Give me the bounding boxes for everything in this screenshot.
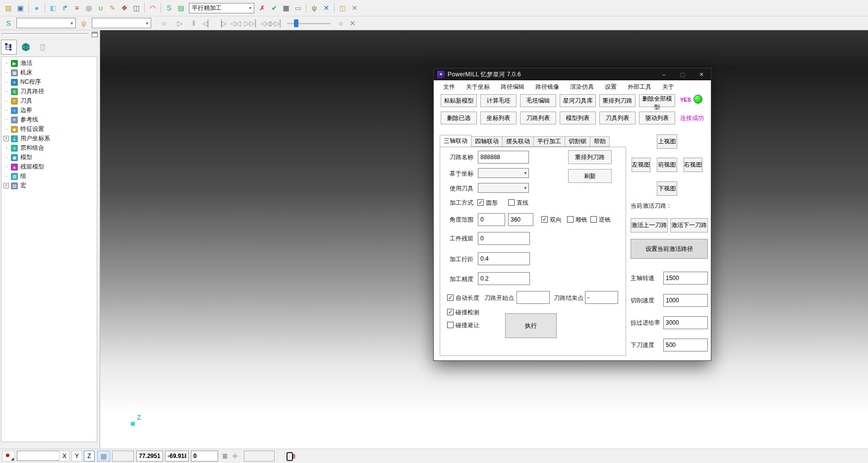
rearrange-toolpaths-button[interactable]: 重排列刀路 [568,150,612,164]
tool-database-icon[interactable]: ◎ [83,2,95,14]
speed-input[interactable] [663,339,708,351]
probe-icon[interactable]: ○ [158,17,170,29]
circular-checkbox[interactable] [477,199,484,206]
angle-to-input[interactable] [508,213,533,226]
action-r2-2[interactable]: 刀路列表 [520,112,556,124]
fast-forward-button[interactable]: ▷▷ [243,17,255,29]
speed-input[interactable] [663,272,708,285]
sim-tool-icon[interactable]: ψ [78,17,90,29]
conventional-checkbox[interactable] [590,216,597,223]
expander-icon[interactable]: + [3,136,9,141]
climb-checkbox[interactable] [567,216,574,223]
tree-item-6[interactable]: ┄✕参考线 [1,115,97,124]
linear-checkbox[interactable] [508,199,515,206]
action-r2-0[interactable]: 删除已选 [441,112,477,124]
stock-input[interactable] [478,232,530,245]
menu-item-7[interactable]: 关于 [657,80,680,93]
tab-5[interactable]: 帮助 [590,136,610,147]
coordinate-x-field[interactable] [136,451,163,462]
pause-button[interactable]: ‖ [188,17,200,29]
float-panel-icon[interactable] [92,32,98,37]
transform-icon[interactable]: ✕ [320,2,332,14]
tab-explorer-tree[interactable] [1,40,17,55]
view-top-button[interactable]: 上视图 [657,134,677,149]
set-active-path-button[interactable]: 设置当前激活路径 [631,239,708,259]
expander-icon[interactable]: + [3,183,9,188]
tab-3[interactable]: 平行加工 [534,136,565,147]
locate-cursor-icon[interactable]: ✛ [232,451,238,462]
tree-item-4[interactable]: ┄Y刀具 [1,96,97,106]
tree-item-12[interactable]: ┄▧组 [1,172,97,181]
end-point-input[interactable] [585,291,618,304]
toolpath-list-icon[interactable]: ▤ [175,2,187,14]
action-r1-5[interactable]: 删除全部模型 [639,94,675,107]
verify-simulation-icon[interactable]: ✔ [268,2,280,14]
action-r1-0[interactable]: 粘贴新模型 [441,94,477,107]
activate-next-toolpath-button[interactable]: 激活下一刀路 [670,218,708,232]
action-r2-5[interactable]: 驱动列表 [639,112,675,124]
collision-arc-icon[interactable]: ◠ [147,2,159,14]
calculator-icon[interactable]: ▦ [280,2,292,14]
action-r2-1[interactable]: 坐标列表 [480,112,517,124]
measure-icon[interactable]: ▭ [292,2,304,14]
action-r1-2[interactable]: 毛坯编辑 [520,94,556,107]
workplane-indicator-button[interactable] [2,451,15,462]
collision-check-checkbox[interactable] [447,309,454,315]
nc-cylinders-icon[interactable]: ◫ [337,2,348,14]
rewind-button[interactable]: ◁◁ [230,17,241,29]
tree-item-5[interactable]: ┄○边界 [1,106,97,115]
axis-x-button[interactable]: X [59,451,70,462]
snap-field[interactable] [112,451,134,462]
tab-4[interactable]: 切割锯 [565,136,590,147]
go-to-end-button[interactable]: ▷▷▏ [271,17,283,29]
edit-pencil-icon[interactable]: ✎ [107,2,118,14]
view-front-button[interactable]: 前视图 [657,158,677,172]
toolpath-strategy-icon[interactable]: ↱ [59,2,71,14]
pause-device-icon[interactable]: ‖ [287,452,293,461]
bidirectional-checkbox[interactable] [541,216,548,223]
tree-item-1[interactable]: ┄▦机床 [1,68,97,77]
step-forward-button[interactable]: ▕▷ [216,17,228,29]
speed-input[interactable] [663,316,708,329]
tree-item-10[interactable]: ┄▣模型 [1,153,97,162]
stepover-input[interactable] [478,252,530,265]
play-button[interactable]: ▷ [174,17,186,29]
tree-item-7[interactable]: ┄◆特征设置 [1,124,97,134]
workplane-combo[interactable]: ▾ [17,451,64,461]
sim-speed-slider[interactable] [287,18,331,28]
tree-item-13[interactable]: +▤宏 [1,181,97,190]
tab-1[interactable]: 四轴联动 [471,136,503,147]
sim-toolbar-close-icon[interactable]: ✕ [347,17,358,29]
open-project-icon[interactable]: ▨ [2,2,14,14]
refresh-button[interactable]: 刷新 [568,169,612,183]
tolerance-input[interactable] [478,272,530,285]
sim-tool-combo[interactable]: ▾ [92,18,151,28]
step-back-button[interactable]: ◁▏ [202,17,214,29]
strategy-combo[interactable]: 平行精加工 ▾ [189,3,254,13]
tree-item-11[interactable]: ┄▲残留模型 [1,162,97,172]
menu-item-4[interactable]: 渲染仿真 [565,80,599,93]
tool-holder-icon[interactable]: ◫ [130,2,142,14]
grid-snap-button[interactable]: ▦ [97,451,110,462]
close-button[interactable]: ✕ [692,68,711,80]
action-r1-1[interactable]: 计算毛坯 [480,94,517,107]
view-bottom-button[interactable]: 下视图 [657,181,677,196]
tree-item-0[interactable]: ┄▶激活 [1,58,97,68]
maximize-button[interactable]: ▢ [673,68,692,80]
menu-item-1[interactable]: 关于坐标 [461,80,495,93]
menu-item-3[interactable]: 路径镜像 [530,80,565,93]
menu-item-5[interactable]: 设置 [599,80,622,93]
active-toolpath-icon[interactable]: S [163,2,175,14]
xyz-list-icon[interactable]: ≣ [222,451,228,462]
tree-item-9[interactable]: ┄≡层和组合 [1,143,97,153]
menu-item-2[interactable]: 路径编辑 [495,80,530,93]
clock-icon[interactable]: ○ [335,17,347,29]
tab-2[interactable]: 摆头联动 [503,136,534,147]
feeds-speeds-icon[interactable]: ≡ [71,2,83,14]
coord-select[interactable]: ▾ [478,168,529,178]
coordinate-y-field[interactable] [165,451,189,462]
pattern-points-icon[interactable]: ❖ [118,2,130,14]
shaded-view-icon[interactable]: ● [31,2,43,14]
block-icon[interactable]: ◧ [47,2,59,14]
axis-y-button[interactable]: Y [71,451,82,462]
